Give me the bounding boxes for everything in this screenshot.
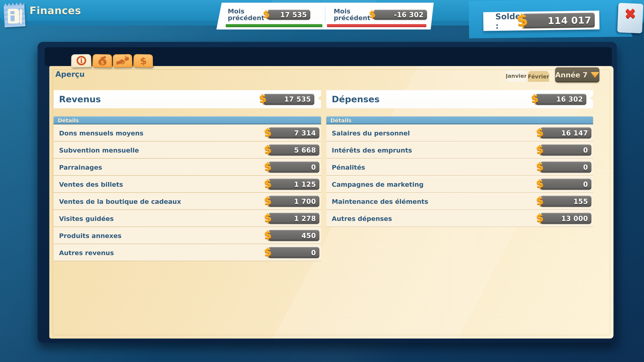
income-details-header: Détails <box>54 116 321 124</box>
previous-month-panel: Mois précédent $ 17 535 Mois précédent $… <box>216 3 434 29</box>
table-row: Dons mensuels moyens $7 314 <box>54 125 321 141</box>
tab-finance[interactable]: $ <box>133 54 153 67</box>
dollar-icon: $ <box>263 143 272 156</box>
table-row: Campagnes de marketing $0 <box>326 176 593 192</box>
dollar-icon: $ <box>263 160 272 173</box>
svg-text:$: $ <box>139 55 147 67</box>
expenses-total-value: 16 302 <box>556 95 583 103</box>
dollar-icon: $ <box>262 8 270 20</box>
tab-overview[interactable]: i <box>71 54 92 67</box>
money-bag-icon: $ <box>96 55 108 67</box>
previous-month-expense-label: Mois précédent <box>334 8 373 21</box>
table-row: Intérêts des emprunts $0 <box>326 142 593 158</box>
dollar-icon: $ <box>258 92 267 105</box>
table-row: Autres revenus $0 <box>54 244 321 261</box>
table-row: Produits annexes $450 <box>54 227 321 244</box>
handshake-icon <box>116 55 129 67</box>
dollar-icon: $ <box>263 245 272 259</box>
expense-indicator-bar <box>327 24 426 27</box>
income-summary-card: Revenus $ 17 535 <box>54 90 321 108</box>
svg-text:$: $ <box>100 59 104 65</box>
dollar-icon: $ <box>137 55 150 67</box>
dollar-icon: $ <box>263 125 272 139</box>
divider <box>325 7 325 22</box>
year-selector-label: Année 7 <box>555 71 588 79</box>
balance-value: 114 017 <box>548 14 591 26</box>
income-total-value: 17 535 <box>284 95 311 103</box>
close-icon: ✖ <box>624 5 636 22</box>
finances-frame: i $ <box>38 42 617 343</box>
table-row: Pénalités $0 <box>326 159 593 175</box>
income-rows: Dons mensuels moyens $7 314 Subvention m… <box>54 125 321 261</box>
dollar-icon: $ <box>535 125 544 139</box>
close-button[interactable]: ✖ <box>617 3 643 33</box>
chevron-down-icon <box>591 72 600 78</box>
month-tab-fevrier[interactable]: Février <box>528 71 549 82</box>
table-row: Ventes de la boutique de cadeaux $1 700 <box>54 193 321 210</box>
table-row: Salaires du personnel $16 147 <box>326 125 593 141</box>
dollar-icon: $ <box>263 194 272 207</box>
expenses-rows: Salaires du personnel $16 147 Intérêts d… <box>326 125 593 227</box>
dollar-icon: $ <box>530 92 539 105</box>
expenses-details-header: Détails <box>326 116 593 124</box>
finances-window: Finances Mois précédent $ 17 535 Mois pr… <box>0 0 644 362</box>
year-selector[interactable]: Année 7 <box>555 67 600 82</box>
dollar-icon: $ <box>535 160 544 173</box>
table-row: Visites guidées $1 278 <box>54 210 321 227</box>
expenses-title: Dépenses <box>326 94 535 104</box>
table-row: Subvention mensuelle $5 668 <box>54 142 321 158</box>
previous-month-expense-pill: $ -16 302 <box>373 10 427 20</box>
dollar-icon: $ <box>263 228 272 242</box>
overview-panel: Aperçu Janvier Février Année 7 Revenus $… <box>49 66 614 339</box>
table-row: Parrainages $0 <box>54 159 321 175</box>
dollar-icon: $ <box>263 177 272 190</box>
balance-pill: $ 114 017 <box>522 13 595 28</box>
expenses-summary-card: Dépenses $ 16 302 <box>326 90 593 108</box>
dollar-icon: $ <box>263 211 272 224</box>
page-title: Finances <box>30 4 81 16</box>
dollar-icon: $ <box>535 211 544 224</box>
balance-panel: Solde : $ 114 017 <box>483 10 600 31</box>
previous-month-income-value: 17 535 <box>280 11 307 19</box>
svg-text:i: i <box>80 57 82 64</box>
income-title: Revenus <box>54 94 263 104</box>
income-total-pill: $ 17 535 <box>263 94 314 105</box>
dollar-icon: $ <box>368 8 376 20</box>
income-indicator-bar <box>226 24 322 27</box>
previous-month-income-label: Mois précédent <box>228 8 267 21</box>
info-icon: i <box>75 55 88 67</box>
dollar-icon: $ <box>535 177 544 190</box>
tab-deals[interactable] <box>113 54 132 67</box>
expenses-total-pill: $ 16 302 <box>535 94 586 105</box>
previous-month-income-pill: $ 17 535 <box>267 10 310 20</box>
view-title: Aperçu <box>55 70 85 78</box>
window-title-area: Finances <box>0 0 81 21</box>
dollar-icon: $ <box>535 143 544 156</box>
ledger-book-icon <box>3 1 26 27</box>
table-row: Autres dépenses $13 000 <box>326 210 593 227</box>
table-row: Maintenance des éléments $155 <box>326 193 593 210</box>
previous-month-expense-value: -16 302 <box>394 11 424 19</box>
table-row: Ventes des billets $1 125 <box>54 176 321 192</box>
month-tab-janvier[interactable]: Janvier <box>506 70 526 82</box>
tab-income[interactable]: $ <box>92 54 112 68</box>
dollar-icon: $ <box>535 194 544 207</box>
dollar-icon: $ <box>516 10 529 30</box>
